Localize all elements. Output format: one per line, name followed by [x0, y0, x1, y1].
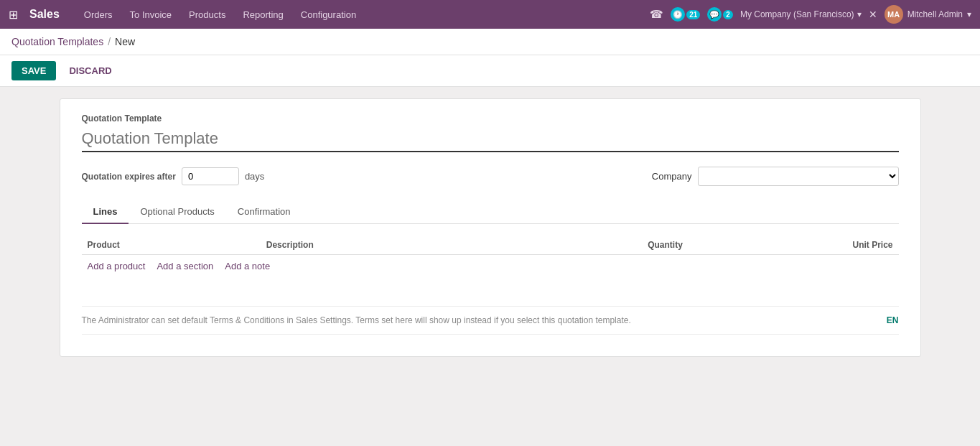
col-quantity: Quantity	[500, 236, 689, 255]
nav-menu: Orders To Invoice Products Reporting Con…	[77, 6, 638, 23]
add-links: Add a product Add a section Add a note	[82, 255, 899, 277]
activity-badge: 21	[686, 10, 700, 19]
close-icon[interactable]: ✕	[869, 9, 877, 20]
form-card: Quotation Template Quotation expires aft…	[60, 98, 921, 357]
company-select[interactable]	[698, 167, 899, 186]
nav-configuration[interactable]: Configuration	[294, 6, 363, 23]
message-icon[interactable]: 💬 2	[707, 7, 733, 22]
nav-reporting[interactable]: Reporting	[235, 6, 290, 23]
breadcrumb-current: New	[115, 36, 135, 47]
nav-products[interactable]: Products	[182, 6, 233, 23]
footer-lang[interactable]: EN	[887, 315, 899, 325]
add-note-link[interactable]: Add a note	[225, 261, 270, 271]
breadcrumb-separator: /	[108, 36, 111, 47]
template-name-label: Quotation Template	[82, 113, 899, 124]
expires-group: Quotation expires after days	[82, 167, 265, 185]
avatar: MA	[885, 5, 903, 24]
nav-orders[interactable]: Orders	[77, 6, 120, 23]
footer-divider	[82, 334, 899, 335]
grid-icon[interactable]: ⊞	[9, 8, 18, 22]
nav-right-actions: ☎ 🕐 21 💬 2 My Company (San Francisco) ▾ …	[650, 5, 971, 24]
lines-table: Product Description Quantity Unit Price …	[82, 236, 899, 277]
breadcrumb-parent[interactable]: Quotation Templates	[11, 36, 103, 47]
activity-icon[interactable]: 🕐 21	[671, 7, 700, 22]
breadcrumb: Quotation Templates / New	[0, 29, 980, 55]
footer-note-text: The Administrator can set default Terms …	[82, 315, 631, 325]
phone-icon[interactable]: ☎	[650, 8, 663, 21]
add-product-link[interactable]: Add a product	[88, 261, 146, 271]
main-area: Quotation Template Quotation expires aft…	[0, 87, 980, 446]
table-row-empty: Add a product Add a section Add a note	[82, 255, 899, 278]
save-button[interactable]: SAVE	[11, 61, 56, 80]
nav-to-invoice[interactable]: To Invoice	[123, 6, 179, 23]
tab-optional-products[interactable]: Optional Products	[129, 200, 225, 224]
expires-input[interactable]	[182, 167, 239, 185]
col-unit-price: Unit Price	[689, 236, 899, 255]
expires-label: Quotation expires after	[82, 172, 176, 182]
message-badge: 2	[723, 10, 733, 19]
discard-button[interactable]: DISCARD	[62, 61, 118, 80]
add-section-link[interactable]: Add a section	[157, 261, 213, 271]
col-product: Product	[82, 236, 261, 255]
company-selector[interactable]: My Company (San Francisco) ▾	[740, 9, 862, 19]
user-menu[interactable]: MA Mitchell Admin ▾	[885, 5, 971, 24]
tab-confirmation[interactable]: Confirmation	[226, 200, 302, 224]
brand-name[interactable]: Sales	[29, 8, 60, 21]
tab-lines[interactable]: Lines	[82, 200, 129, 224]
form-row-meta: Quotation expires after days Company	[82, 167, 899, 186]
tabs-bar: Lines Optional Products Confirmation	[82, 200, 899, 224]
action-bar: SAVE DISCARD	[0, 55, 980, 87]
top-navigation: ⊞ Sales Orders To Invoice Products Repor…	[0, 0, 980, 29]
expires-unit: days	[245, 171, 264, 182]
col-description: Description	[261, 236, 500, 255]
company-group: Company	[652, 167, 899, 186]
company-label: Company	[652, 171, 692, 182]
template-name-input[interactable]	[82, 126, 899, 152]
footer-note: The Administrator can set default Terms …	[82, 306, 899, 325]
